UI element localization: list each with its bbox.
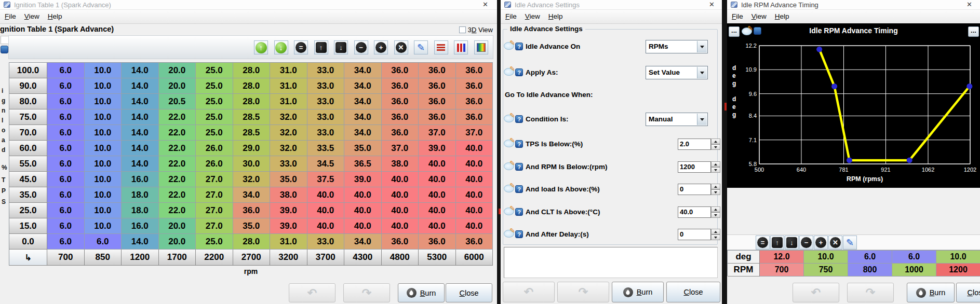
- curve-point[interactable]: [816, 47, 822, 52]
- ignition-cell[interactable]: 27.0: [196, 172, 233, 187]
- shift-down-button[interactable]: ↓: [785, 236, 799, 250]
- y-axis-cell[interactable]: 0.0: [9, 234, 47, 250]
- curve-cell[interactable]: 6.0: [892, 251, 936, 264]
- x-axis-cell[interactable]: 700: [47, 250, 85, 266]
- close-button[interactable]: Close: [666, 282, 720, 302]
- help-icon[interactable]: [1, 46, 8, 53]
- view-3d-checkbox[interactable]: 3D View: [459, 26, 493, 34]
- ignition-cell[interactable]: 31.0: [270, 78, 307, 94]
- ignition-cell[interactable]: 22.0: [159, 141, 196, 156]
- ignition-cell[interactable]: 36.0: [382, 109, 419, 125]
- ignition-cell[interactable]: 10.0: [85, 109, 122, 125]
- ignition-cell[interactable]: 40.0: [456, 172, 493, 187]
- ignition-cell[interactable]: 40.0: [382, 172, 419, 187]
- shift-down-button[interactable]: ↓: [334, 40, 348, 54]
- ignition-cell[interactable]: 6.0: [47, 203, 85, 218]
- redo-button[interactable]: ↷: [557, 282, 609, 302]
- ignition-cell[interactable]: 14.0: [122, 78, 159, 94]
- ignition-cell[interactable]: 33.0: [307, 94, 345, 109]
- ignition-cell[interactable]: 40.0: [419, 218, 456, 234]
- ignition-cell[interactable]: 6.0: [47, 234, 85, 250]
- x-axis-cell[interactable]: 4300: [344, 250, 382, 266]
- ignition-cell[interactable]: 25.0: [196, 78, 233, 94]
- ignition-cell[interactable]: 40.0: [344, 218, 382, 234]
- curve-point[interactable]: [966, 84, 972, 89]
- ignition-cell[interactable]: 28.5: [233, 109, 271, 125]
- ignition-cell[interactable]: 35.0: [233, 218, 271, 234]
- axis-corner-button[interactable]: ↳: [9, 250, 47, 266]
- ignition-cell[interactable]: 35.0: [344, 141, 382, 156]
- decrement-button[interactable]: −: [354, 40, 368, 54]
- ignition-cell[interactable]: 35.0: [270, 172, 307, 187]
- curve-cell[interactable]: 12.0: [760, 251, 804, 264]
- shift-up-button[interactable]: ↑: [314, 40, 328, 54]
- ignition-cell[interactable]: 14.0: [122, 234, 159, 250]
- chevron-down-icon[interactable]: [697, 114, 707, 125]
- menu-item-view[interactable]: View: [24, 10, 39, 23]
- ignition-cell[interactable]: 39.0: [270, 218, 307, 234]
- increment-button[interactable]: +: [814, 236, 828, 250]
- ignition-cell[interactable]: 34.0: [344, 78, 382, 94]
- burn-button[interactable]: Burn: [907, 283, 955, 302]
- title-bar[interactable]: Ignition Table 1 (Spark Advance) ✕: [0, 0, 497, 10]
- ignition-cell[interactable]: 26.0: [196, 141, 233, 156]
- ignition-cell[interactable]: 10.0: [85, 187, 122, 203]
- y-axis-cell[interactable]: 60.0: [9, 141, 47, 156]
- ignition-cell[interactable]: 6.0: [85, 234, 122, 250]
- ignition-cell[interactable]: 6.0: [47, 172, 85, 187]
- x-axis-cell[interactable]: 2700: [233, 250, 271, 266]
- chevron-down-icon[interactable]: [697, 67, 707, 78]
- ignition-cell[interactable]: 26.0: [196, 156, 233, 172]
- smooth-down-button[interactable]: ↓: [274, 40, 288, 54]
- menu-item-help[interactable]: Help: [548, 10, 563, 23]
- ignition-cell[interactable]: 18.0: [122, 187, 159, 203]
- ignition-cell[interactable]: 10.0: [85, 125, 122, 141]
- ignition-cell[interactable]: 40.0: [307, 187, 345, 203]
- ignition-cell[interactable]: 14.0: [122, 63, 159, 78]
- close-icon[interactable]: ✕: [482, 1, 488, 8]
- y-axis-cell[interactable]: 25.0: [9, 203, 47, 218]
- menu-lines-button[interactable]: [434, 40, 448, 54]
- y-axis-cell[interactable]: 45.0: [9, 172, 47, 187]
- ignition-cell[interactable]: 40.0: [307, 203, 345, 218]
- menu-item-file[interactable]: File: [732, 10, 743, 23]
- ignition-cell[interactable]: 28.0: [233, 63, 271, 78]
- ignition-cell[interactable]: 20.0: [159, 234, 196, 250]
- decrement-button[interactable]: −: [799, 236, 813, 250]
- ignition-cell[interactable]: 40.0: [456, 187, 493, 203]
- ignition-cell[interactable]: 36.0: [419, 94, 456, 109]
- curve-cell[interactable]: 1200: [936, 264, 980, 277]
- title-bar[interactable]: Idle RPM Advance Timing ✕: [727, 0, 980, 10]
- ignition-cell[interactable]: 40.0: [382, 218, 419, 234]
- set-equal-button[interactable]: =: [756, 236, 770, 250]
- ignition-cell[interactable]: 40.0: [456, 156, 493, 172]
- ignition-cell[interactable]: 28.0: [233, 234, 271, 250]
- ignition-cell[interactable]: 32.0: [270, 109, 307, 125]
- x-axis-cell[interactable]: 1700: [159, 250, 196, 266]
- x-axis-cell[interactable]: 3700: [307, 250, 345, 266]
- y-axis-cell[interactable]: 70.0: [9, 125, 47, 141]
- y-axis-cell[interactable]: 80.0: [9, 94, 47, 109]
- close-button[interactable]: Close: [446, 283, 492, 302]
- ignition-cell[interactable]: 14.0: [122, 109, 159, 125]
- ignition-cell[interactable]: 31.0: [270, 63, 307, 78]
- help-icon[interactable]: ?: [515, 185, 523, 193]
- ignition-cell[interactable]: 37.0: [419, 125, 456, 141]
- undo-button[interactable]: ↶: [503, 282, 555, 302]
- ignition-cell[interactable]: 36.0: [456, 63, 493, 78]
- ignition-cell[interactable]: 36.0: [456, 234, 493, 250]
- edit-note-icon[interactable]: [1, 36, 9, 44]
- ignition-cell[interactable]: 39.0: [270, 203, 307, 218]
- help-icon[interactable]: ?: [515, 43, 523, 50]
- ignition-cell[interactable]: 27.0: [196, 203, 233, 218]
- shift-up-button[interactable]: ↑: [770, 236, 784, 250]
- ignition-cell[interactable]: 37.0: [456, 125, 493, 141]
- setting-spinner[interactable]: 0: [678, 184, 711, 195]
- ignition-cell[interactable]: 40.0: [344, 187, 382, 203]
- help-icon[interactable]: ?: [515, 163, 523, 171]
- ignition-cell[interactable]: 32.0: [233, 172, 271, 187]
- menu-item-file[interactable]: File: [5, 10, 16, 23]
- ignition-cell[interactable]: 40.0: [382, 203, 419, 218]
- undo-button[interactable]: ↶: [289, 283, 335, 302]
- ignition-cell[interactable]: 10.0: [85, 172, 122, 187]
